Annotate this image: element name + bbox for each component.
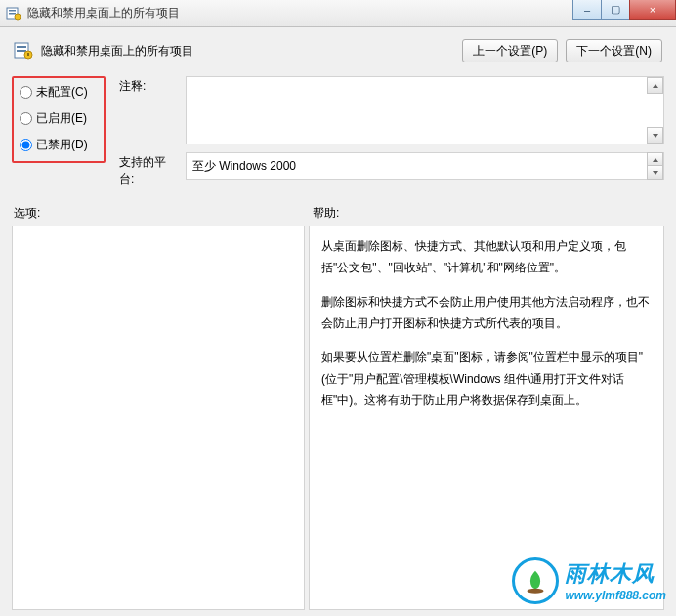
svg-rect-5 <box>17 46 26 48</box>
options-label: 选项: <box>12 205 305 222</box>
window-title: 隐藏和禁用桌面上的所有项目 <box>27 5 180 21</box>
radio-disabled[interactable]: 已禁用(D) <box>20 137 98 153</box>
radio-not-configured[interactable]: 未配置(C) <box>20 84 98 101</box>
minimize-button[interactable]: – <box>572 0 602 20</box>
policy-icon <box>14 41 33 61</box>
platform-label: 支持的平台: <box>119 152 180 187</box>
next-setting-button[interactable]: 下一个设置(N) <box>566 39 662 62</box>
options-panel <box>12 226 305 610</box>
scroll-up-icon[interactable] <box>647 77 663 94</box>
radio-enabled[interactable]: 已启用(E) <box>20 110 98 127</box>
svg-rect-8 <box>27 53 29 56</box>
svg-rect-2 <box>9 13 16 15</box>
svg-rect-6 <box>17 50 26 52</box>
supported-platform-box: 至少 Windows 2000 <box>186 152 664 180</box>
help-label: 帮助: <box>305 205 664 222</box>
help-panel: 从桌面删除图标、快捷方式、其他默认项和用户定义项，包括"公文包"、"回收站"、"… <box>309 226 664 610</box>
prev-setting-button[interactable]: 上一个设置(P) <box>462 39 558 62</box>
close-button[interactable]: × <box>629 0 676 20</box>
comment-textarea[interactable] <box>186 76 664 144</box>
help-text: 删除图标和快捷方式不会防止用户使用其他方法启动程序，也不会防止用户打开图标和快捷… <box>321 292 652 334</box>
maximize-button[interactable]: ▢ <box>601 0 630 20</box>
svg-point-3 <box>15 14 21 20</box>
comment-label: 注释: <box>119 76 180 95</box>
app-icon <box>6 6 21 21</box>
policy-title: 隐藏和禁用桌面上的所有项目 <box>41 43 193 60</box>
help-text: 如果要从位置栏删除"桌面"图标，请参阅"位置栏中显示的项目"(位于"用户配置\管… <box>321 348 652 411</box>
scroll-down-icon[interactable] <box>647 165 663 180</box>
scroll-down-icon[interactable] <box>647 127 663 144</box>
state-radio-group: 未配置(C) 已启用(E) 已禁用(D) <box>12 76 106 163</box>
help-text: 从桌面删除图标、快捷方式、其他默认项和用户定义项，包括"公文包"、"回收站"、"… <box>321 236 652 278</box>
svg-rect-1 <box>9 10 16 12</box>
